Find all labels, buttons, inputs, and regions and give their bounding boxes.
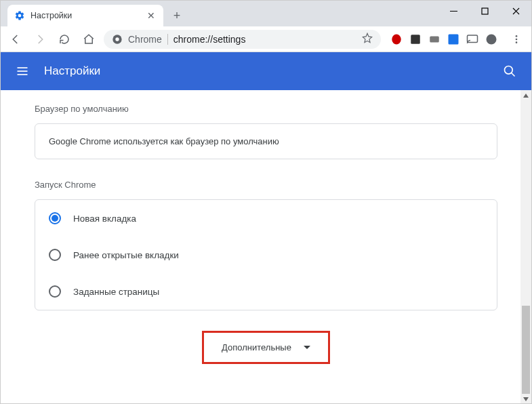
- home-button[interactable]: [79, 30, 98, 49]
- browser-menu-button[interactable]: [507, 30, 526, 49]
- extension-icon[interactable]: [447, 33, 459, 45]
- extension-icon[interactable]: [409, 33, 422, 45]
- scrollbar[interactable]: [520, 90, 531, 404]
- section-title-default-browser: Браузер по умолчанию: [35, 104, 497, 114]
- bookmark-star-icon[interactable]: [362, 33, 373, 45]
- svg-point-13: [516, 38, 518, 40]
- radio-label: Заданные страницы: [73, 287, 159, 297]
- url-path: chrome://settings: [173, 34, 246, 45]
- svg-point-11: [487, 34, 497, 44]
- forward-button[interactable]: [30, 30, 49, 49]
- chevron-down-icon: [304, 344, 310, 351]
- url-prefix: Chrome: [128, 34, 162, 45]
- close-window-button[interactable]: [500, 1, 531, 21]
- cast-icon[interactable]: [466, 33, 478, 45]
- svg-rect-7: [411, 35, 420, 44]
- startup-option-new-tab[interactable]: Новая вкладка: [35, 200, 497, 237]
- startup-option-specific-pages[interactable]: Заданные страницы: [35, 273, 497, 310]
- browser-toolbar: Chrome chrome://settings: [1, 26, 531, 52]
- radio-label: Ранее открытые вкладки: [73, 250, 179, 260]
- radio-icon: [49, 249, 61, 261]
- settings-content: Браузер по умолчанию Google Chrome испол…: [1, 90, 531, 404]
- settings-header: Настройки: [1, 52, 531, 90]
- section-title-startup: Запуск Chrome: [35, 180, 497, 190]
- window-controls: [438, 1, 531, 21]
- svg-rect-1: [482, 8, 488, 14]
- svg-rect-10: [468, 35, 478, 43]
- chrome-icon: [112, 34, 123, 45]
- gear-icon: [14, 10, 25, 21]
- reload-button[interactable]: [55, 30, 74, 49]
- tab-title: Настройки: [30, 11, 140, 20]
- window-titlebar: Настройки ✕ +: [1, 1, 531, 26]
- close-tab-icon[interactable]: ✕: [146, 10, 157, 21]
- svg-point-6: [392, 34, 401, 44]
- radio-icon: [49, 285, 61, 298]
- extension-icons: [386, 33, 502, 45]
- content-area: Браузер по умолчанию Google Chrome испол…: [1, 90, 531, 404]
- startup-option-continue[interactable]: Ранее открытые вкладки: [35, 237, 497, 273]
- search-icon[interactable]: [502, 63, 518, 79]
- svg-point-12: [516, 35, 518, 37]
- svg-rect-9: [449, 34, 459, 44]
- default-browser-info-text: Google Chrome используется как браузер п…: [49, 136, 279, 146]
- maximize-button[interactable]: [469, 1, 500, 21]
- address-bar[interactable]: Chrome chrome://settings: [104, 30, 381, 49]
- advanced-section: Дополнительные: [35, 331, 497, 364]
- svg-line-19: [512, 73, 515, 77]
- scroll-down-icon[interactable]: [520, 394, 531, 404]
- scroll-up-icon[interactable]: [520, 90, 531, 101]
- menu-icon[interactable]: [14, 63, 30, 79]
- profile-avatar[interactable]: [485, 33, 497, 45]
- scroll-thumb[interactable]: [522, 306, 530, 394]
- advanced-toggle-button[interactable]: Дополнительные: [202, 331, 330, 364]
- svg-point-5: [115, 37, 119, 41]
- radio-icon: [49, 212, 61, 224]
- page-title: Настройки: [44, 64, 488, 78]
- new-tab-button[interactable]: +: [167, 6, 186, 25]
- svg-rect-8: [430, 36, 439, 42]
- startup-options-card: Новая вкладка Ранее открытые вкладки Зад…: [35, 199, 497, 310]
- svg-point-18: [505, 66, 513, 75]
- url-divider: [167, 34, 168, 45]
- svg-point-14: [516, 41, 518, 43]
- extension-icon[interactable]: [428, 33, 441, 45]
- default-browser-card: Google Chrome используется как браузер п…: [35, 123, 497, 159]
- minimize-button[interactable]: [438, 1, 469, 21]
- extension-icon[interactable]: [390, 33, 403, 45]
- back-button[interactable]: [6, 30, 25, 49]
- radio-label: Новая вкладка: [73, 214, 136, 224]
- advanced-label: Дополнительные: [222, 342, 291, 352]
- browser-tab[interactable]: Настройки ✕: [7, 5, 163, 26]
